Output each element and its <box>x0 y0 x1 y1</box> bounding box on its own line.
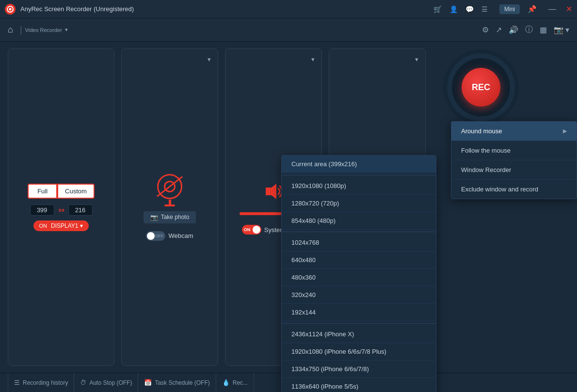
user-icon[interactable]: 👤 <box>449 5 458 13</box>
screen-dimensions: 399 ⇔ 216 <box>30 204 93 216</box>
webcam-card: ▾ 📷 Take photo OFF <box>121 48 218 366</box>
info-icon[interactable]: ⓘ <box>525 25 533 35</box>
full-button[interactable]: Full <box>28 184 57 199</box>
webcam-stand-base <box>164 204 175 206</box>
adv-item-follow-mouse[interactable]: Follow the mouse <box>451 141 577 160</box>
webcam-toggle[interactable]: OFF <box>146 231 165 241</box>
task-schedule-icon: 📅 <box>144 379 152 386</box>
resolution-item-4[interactable]: 1024x768 <box>282 234 436 251</box>
webcam-dropdown-arrow[interactable]: ▾ <box>208 56 211 63</box>
toolbar-title[interactable]: Video Recorder ▾ <box>25 27 68 33</box>
around-mouse-label: Around mouse <box>461 127 502 135</box>
mini-button[interactable]: Mini <box>499 4 520 14</box>
cart-icon[interactable]: 🛒 <box>433 5 442 13</box>
recording-history-label: Recording history <box>23 379 68 386</box>
adv-item-exclude-window[interactable]: Exclude window and record <box>451 180 577 199</box>
height-input[interactable]: 216 <box>68 204 93 216</box>
webcam-icon-container <box>157 174 182 206</box>
camera-dropdown-arrow[interactable]: ▾ <box>565 25 569 34</box>
export-icon[interactable]: ↗ <box>496 25 502 34</box>
resolution-dropdown: Current area (399x216) 1920x1080 (1080p)… <box>281 155 436 392</box>
title-bar-icons: 🛒 👤 💬 ☰ Mini 📌 — ✕ <box>433 4 572 14</box>
auto-stop-label: Auto Stop (OFF) <box>89 379 132 386</box>
minimize-icon[interactable]: — <box>548 5 556 14</box>
rec-button-outer: REC <box>452 58 510 116</box>
rec-watermark-item[interactable]: 💧 Rec... <box>216 373 254 392</box>
title-bar: AnyRec Screen Recorder (Unregistered) 🛒 … <box>0 0 577 18</box>
camera-button[interactable]: 📷 ▾ <box>554 25 569 34</box>
menu-icon[interactable]: ☰ <box>481 5 488 13</box>
resolution-item-10[interactable]: 1920x1080 (iPhone 6/6s/7/8 Plus) <box>282 343 436 361</box>
svg-marker-2 <box>266 184 276 199</box>
adv-item-window-recorder[interactable]: Window Recorder <box>451 160 577 180</box>
advanced-recorder-dropdown: Around mouse ▶ Follow the mouse Window R… <box>451 121 577 199</box>
resolution-item-5[interactable]: 640x480 <box>282 251 436 269</box>
history-icon: ☰ <box>14 379 20 386</box>
resolution-item-0[interactable]: Current area (399x216) <box>282 156 436 173</box>
resolution-item-3[interactable]: 854x480 (480p) <box>282 212 436 230</box>
webcam-toggle-row: OFF Webcam <box>146 231 193 241</box>
custom-button[interactable]: Custom <box>57 184 95 199</box>
display-label: DISPLAY1 <box>51 222 78 229</box>
app-title: AnyRec Screen Recorder (Unregistered) <box>20 5 433 13</box>
camera-icon: 📷 <box>554 25 563 34</box>
rec-panel: REC Advanced Recorder <box>433 48 529 366</box>
resolution-item-7[interactable]: 320x240 <box>282 286 436 304</box>
chat-icon[interactable]: 💬 <box>465 5 474 13</box>
toolbar: ⌂ | Video Recorder ▾ ⚙ ↗ 🔊 ⓘ ▦ 📷 ▾ <box>0 18 577 42</box>
mic-dropdown-arrow[interactable]: ▾ <box>415 56 418 63</box>
settings-icon[interactable]: ⚙ <box>482 25 489 34</box>
home-icon[interactable]: ⌂ <box>8 25 13 35</box>
resolution-item-1[interactable]: 1920x1080 (1080p) <box>282 177 436 195</box>
pin-icon[interactable]: 📌 <box>528 5 537 14</box>
screen-card: Full Custom 399 ⇔ 216 ON DISPLAY1 ▾ <box>8 48 114 366</box>
resolution-item-6[interactable]: 480x360 <box>282 269 436 286</box>
sound-toggle-knob <box>253 226 260 234</box>
around-mouse-arrow: ▶ <box>563 128 567 134</box>
webcam-off-label: OFF <box>155 234 163 238</box>
resolution-item-12[interactable]: 1136x640 (iPhone 5/5s) <box>282 378 436 392</box>
sound-volume-fill <box>240 212 284 215</box>
resolution-item-11[interactable]: 1334x750 (iPhone 6/6s/7/8) <box>282 361 436 378</box>
exclude-window-label: Exclude window and record <box>461 186 538 193</box>
auto-stop-icon: ⏱ <box>80 379 86 386</box>
toolbar-title-text: Video Recorder <box>25 27 62 33</box>
camera-small-icon: 📷 <box>150 214 158 221</box>
take-photo-label: Take photo <box>161 214 190 220</box>
res-divider-2 <box>282 232 436 232</box>
app-logo <box>5 4 16 15</box>
recording-history-item[interactable]: ☰ Recording history <box>8 373 74 392</box>
res-divider-1 <box>282 175 436 175</box>
task-schedule-item[interactable]: 📅 Task Schedule (OFF) <box>138 373 216 392</box>
grid-icon[interactable]: ▦ <box>540 25 547 34</box>
webcam-stand <box>169 200 171 204</box>
display-toggle-on: ON <box>39 223 48 229</box>
follow-mouse-label: Follow the mouse <box>461 147 511 154</box>
screen-size-buttons: Full Custom <box>28 184 95 199</box>
res-divider-3 <box>282 323 436 324</box>
resolution-item-2[interactable]: 1280x720 (720p) <box>282 195 436 212</box>
watermark-icon: 💧 <box>222 379 230 386</box>
take-photo-button[interactable]: 📷 Take photo <box>144 211 196 223</box>
width-input[interactable]: 399 <box>30 204 54 216</box>
webcam-label: Webcam <box>168 232 193 239</box>
resolution-item-8[interactable]: 192x144 <box>282 304 436 321</box>
rec-button[interactable]: REC <box>462 68 500 107</box>
toolbar-separator: | <box>20 25 22 35</box>
sound-toggle[interactable]: ON <box>242 225 261 235</box>
adv-item-around-mouse[interactable]: Around mouse ▶ <box>451 122 577 141</box>
sound-icon[interactable]: 🔊 <box>509 25 518 34</box>
auto-stop-item[interactable]: ⏱ Auto Stop (OFF) <box>74 373 138 392</box>
sound-on-label: ON <box>244 227 251 232</box>
resolution-item-9[interactable]: 2436x1124 (iPhone X) <box>282 326 436 343</box>
webcam-toggle-knob <box>147 232 155 240</box>
display-selector[interactable]: ON DISPLAY1 ▾ <box>33 220 89 231</box>
sound-dropdown-arrow[interactable]: ▾ <box>311 56 315 63</box>
task-schedule-label: Task Schedule (OFF) <box>155 379 209 386</box>
toolbar-dropdown-arrow[interactable]: ▾ <box>65 27 68 33</box>
toolbar-right: ⚙ ↗ 🔊 ⓘ ▦ 📷 ▾ <box>482 25 569 35</box>
close-icon[interactable]: ✕ <box>566 4 572 14</box>
display-arrow[interactable]: ▾ <box>80 222 83 229</box>
resize-icon: ⇔ <box>58 205 64 215</box>
window-recorder-label: Window Recorder <box>461 166 511 173</box>
